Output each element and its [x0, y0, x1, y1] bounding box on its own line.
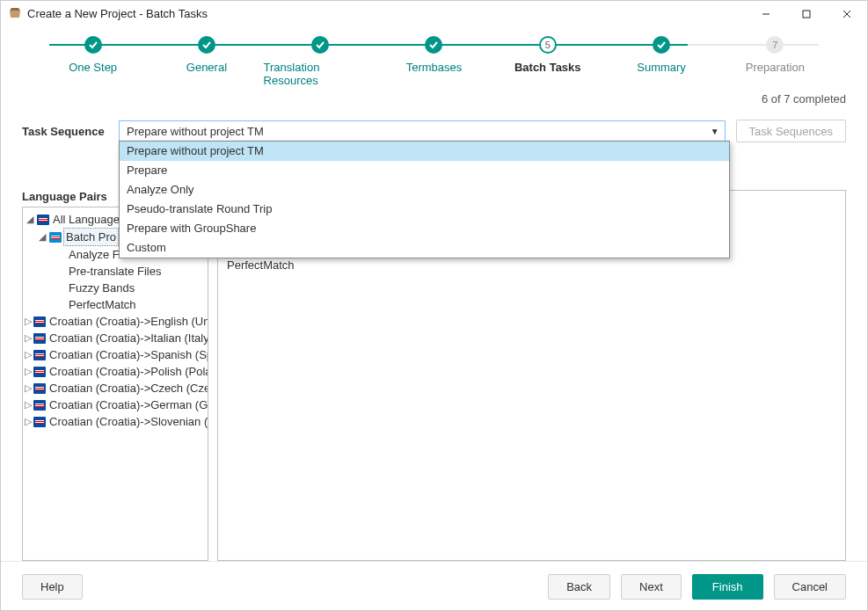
- tree-item[interactable]: Pre-translate Files: [67, 263, 163, 280]
- dropdown-option[interactable]: Prepare: [120, 161, 729, 180]
- step-label: Preparation: [746, 61, 805, 74]
- cancel-button[interactable]: Cancel: [774, 574, 846, 600]
- step-preparation[interactable]: 7 Preparation: [718, 36, 832, 89]
- finish-button[interactable]: Finish: [692, 574, 763, 600]
- task-detail-item: PerfectMatch: [227, 256, 836, 275]
- step-batch-tasks[interactable]: 5 Batch Tasks: [491, 36, 604, 89]
- task-sequence-label: Task Sequence: [22, 125, 119, 138]
- expand-icon[interactable]: ▷: [25, 380, 32, 396]
- step-general[interactable]: General: [150, 36, 263, 89]
- flag-icon: [49, 232, 62, 243]
- wizard-footer: Help Back Next Finish Cancel: [1, 561, 867, 611]
- tree-item[interactable]: Croatian (Croatia)->Spanish (Spa: [47, 346, 208, 363]
- tree-item[interactable]: Croatian (Croatia)->German (Ger: [47, 396, 208, 413]
- check-icon: [653, 36, 670, 54]
- task-sequence-combobox[interactable]: Prepare without project TM ▼: [119, 120, 726, 142]
- tree-item[interactable]: All Language: [51, 211, 121, 228]
- close-button[interactable]: [827, 1, 867, 27]
- dropdown-option[interactable]: Prepare with GroupShare: [120, 219, 729, 238]
- tree-item-selected[interactable]: Batch Pro: [63, 228, 119, 246]
- step-label: Batch Tasks: [514, 61, 581, 74]
- step-label: Translation Resources: [264, 61, 377, 87]
- step-translation-resources[interactable]: Translation Resources: [264, 36, 377, 89]
- expand-icon[interactable]: ▷: [25, 330, 32, 346]
- tree-item[interactable]: Croatian (Croatia)->Polish (Polan: [47, 363, 208, 380]
- check-icon: [311, 36, 329, 54]
- collapse-icon[interactable]: ◢: [25, 211, 35, 228]
- step-label: Termbases: [406, 61, 463, 74]
- check-icon: [84, 36, 102, 54]
- task-sequence-dropdown: Prepare without project TM Prepare Analy…: [119, 141, 730, 258]
- window-title: Create a New Project - Batch Tasks: [27, 7, 746, 20]
- step-number-icon: 5: [539, 36, 557, 54]
- expand-icon[interactable]: ▷: [25, 363, 32, 380]
- minimize-button[interactable]: [746, 1, 786, 27]
- dropdown-option[interactable]: Pseudo-translate Round Trip: [120, 200, 729, 219]
- expand-icon[interactable]: ▷: [25, 413, 32, 430]
- flag-icon: [33, 400, 46, 411]
- tree-item[interactable]: Croatian (Croatia)->Czech (Czec: [47, 380, 208, 396]
- completed-counter: 6 of 7 completed: [1, 89, 867, 118]
- task-sequence-row: Task Sequence Prepare without project TM…: [1, 118, 867, 144]
- task-sequences-button[interactable]: Task Sequences: [736, 120, 846, 142]
- step-number-icon: 7: [766, 36, 784, 54]
- flag-icon: [33, 367, 46, 377]
- tree-item[interactable]: Fuzzy Bands: [67, 280, 136, 296]
- chevron-down-icon: ▼: [711, 127, 719, 136]
- flag-icon: [33, 383, 46, 394]
- dropdown-option[interactable]: Prepare without project TM: [120, 142, 729, 161]
- step-summary[interactable]: Summary: [604, 36, 718, 89]
- collapse-icon[interactable]: ◢: [37, 229, 47, 245]
- step-label: General: [186, 61, 227, 74]
- check-icon: [425, 36, 442, 54]
- dropdown-option[interactable]: Analyze Only: [120, 180, 729, 200]
- help-button[interactable]: Help: [22, 574, 83, 600]
- flag-icon: [33, 316, 46, 327]
- expand-icon[interactable]: ▷: [25, 313, 32, 330]
- expand-icon[interactable]: ▷: [25, 346, 32, 363]
- check-icon: [198, 36, 215, 54]
- back-button[interactable]: Back: [548, 574, 610, 600]
- app-icon: [8, 5, 22, 22]
- language-pairs-tree[interactable]: ◢All Language ◢Batch Pro Analyze Files P…: [22, 207, 208, 561]
- tree-item[interactable]: Croatian (Croatia)->Italian (Italy): [47, 330, 208, 346]
- svg-rect-1: [803, 11, 810, 18]
- flag-icon: [37, 215, 49, 225]
- flag-icon: [33, 350, 46, 360]
- wizard-stepper: One Step General Translation Resources T…: [1, 27, 867, 89]
- tree-item[interactable]: Croatian (Croatia)->English (Unit: [47, 313, 208, 330]
- tree-item[interactable]: Croatian (Croatia)->Slovenian (Sl: [47, 413, 208, 430]
- step-one-step[interactable]: One Step: [36, 36, 150, 89]
- tree-item[interactable]: PerfectMatch: [67, 296, 138, 313]
- flag-icon: [33, 333, 46, 344]
- task-sequence-value: Prepare without project TM: [127, 125, 264, 138]
- flag-icon: [33, 417, 46, 427]
- maximize-button[interactable]: [786, 1, 827, 27]
- title-bar: Create a New Project - Batch Tasks: [1, 1, 867, 27]
- expand-icon[interactable]: ▷: [25, 396, 32, 413]
- step-termbases[interactable]: Termbases: [377, 36, 491, 89]
- step-label: Summary: [637, 61, 686, 74]
- next-button[interactable]: Next: [621, 574, 682, 600]
- step-label: One Step: [69, 61, 117, 74]
- dropdown-option[interactable]: Custom: [120, 238, 729, 258]
